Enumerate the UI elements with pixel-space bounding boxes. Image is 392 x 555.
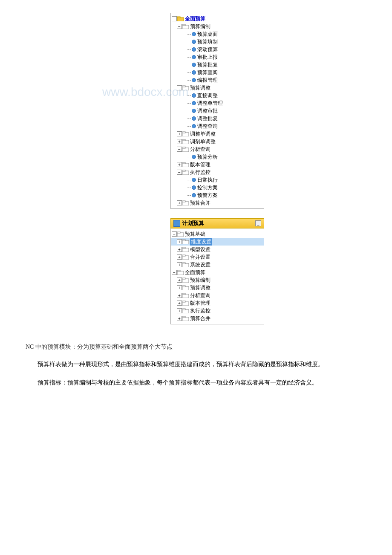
label-p2-zxjk2: 执行监控 xyxy=(190,307,210,315)
label-kzfa: 控制方案 xyxy=(197,184,218,191)
label-7: 预算查阅 xyxy=(197,69,218,76)
toggle-minus-fxcx[interactable]: − xyxy=(177,147,182,152)
label-tzpf: 调整批复 xyxy=(197,115,218,122)
placeholder-2 xyxy=(177,32,182,37)
toggle-plus-tzd1[interactable]: + xyxy=(177,131,182,136)
toggle-plus-wdsz[interactable]: + xyxy=(177,239,182,244)
label-zxjk: 执行监控 xyxy=(190,169,210,176)
toggle-plus-tzd2[interactable]: + xyxy=(177,139,182,144)
tree-item-zxjk[interactable]: − 执行监控 xyxy=(171,168,264,176)
dash-kzfa xyxy=(187,188,191,188)
label-tzcx: 调整查询 xyxy=(197,123,218,130)
tree-item-3[interactable]: 预算填制 xyxy=(171,38,264,46)
ptzssp xyxy=(177,108,182,113)
tree-item-ysjz[interactable]: − 预算调整 xyxy=(171,84,264,92)
circle-tzcx xyxy=(192,124,196,128)
toggle-plus-hbsz[interactable]: + xyxy=(177,254,182,260)
tree-item-yjfa[interactable]: 预警方案 xyxy=(171,191,264,199)
tree-item-ztjz[interactable]: 直接调整 xyxy=(171,92,264,99)
label-1: 预算编制 xyxy=(190,23,210,30)
folder-icon-ysztz xyxy=(182,285,189,290)
label-p2-xtsz: 系统设置 xyxy=(190,261,210,269)
p2-mxsz[interactable]: + 模型设置 xyxy=(171,246,264,253)
tree-item-tzdgl[interactable]: 调整单管理 xyxy=(171,99,264,107)
toggle-minus-ysjc[interactable]: − xyxy=(172,231,177,237)
p2-zxjk2[interactable]: + 执行监控 xyxy=(171,307,264,315)
p2-ysjc[interactable]: − 预算基础 xyxy=(171,230,264,238)
toggle-plus-yshb[interactable]: + xyxy=(177,200,182,205)
p3 xyxy=(177,39,182,44)
tree-item-fxcx[interactable]: − 分析查询 xyxy=(171,145,264,153)
p2-wdsz[interactable]: + 维度设置 xyxy=(171,238,264,246)
toggle-plus-bbgl[interactable]: + xyxy=(177,162,182,167)
toggle-minus-zxjk[interactable]: − xyxy=(177,170,182,175)
tree-item-8[interactable]: 编报管理 xyxy=(171,76,264,84)
dash-7 xyxy=(187,72,191,73)
svg-rect-15 xyxy=(182,170,185,171)
svg-rect-31 xyxy=(182,278,185,279)
label-p2-ysjc: 预算基础 xyxy=(185,231,205,238)
label-ysfx: 预算分析 xyxy=(197,153,218,161)
toggle-plus-yshb2[interactable]: + xyxy=(177,316,182,321)
circle-tzdgl xyxy=(192,101,196,105)
toggle-plus-ysztz[interactable]: + xyxy=(177,285,182,290)
folder-icon-fxcx2 xyxy=(182,293,189,298)
panel-minimize-button[interactable]: _ xyxy=(255,220,261,226)
tree-item-root[interactable]: − 全面预算 xyxy=(171,15,264,23)
p2-fxcx2[interactable]: + 分析查询 xyxy=(171,292,264,299)
toggle-plus-xtsz[interactable]: + xyxy=(177,262,182,267)
circle-tzssp xyxy=(192,109,196,113)
circle-ysfx xyxy=(192,155,196,159)
toggle-plus-zxjk2[interactable]: + xyxy=(177,308,182,313)
tree-item-yshb[interactable]: + 预算合并 xyxy=(171,199,264,207)
tree-item-rczx[interactable]: 日常执行 xyxy=(171,176,264,184)
tree-item-tzssp[interactable]: 调整审批 xyxy=(171,107,264,115)
p2-yshb2[interactable]: + 预算合并 xyxy=(171,315,264,322)
p2-xtsz[interactable]: + 系统设置 xyxy=(171,261,264,269)
toggle-plus-bbgl2[interactable]: + xyxy=(177,301,182,306)
tree-item-tzd2[interactable]: + 调剂单调整 xyxy=(171,138,264,145)
toggle-minus-qmys2[interactable]: − xyxy=(172,270,177,275)
toggle-plus-fxcx2[interactable]: + xyxy=(177,293,182,298)
text-content: NC 中的预算模块：分为预算基础和全面预算两个大节点 预算样表做为一种展现形式，… xyxy=(26,337,366,395)
circle-5 xyxy=(192,55,196,59)
tree-item-7[interactable]: 预算查阅 xyxy=(171,69,264,76)
tree-item-4[interactable]: 滚动预算 xyxy=(171,46,264,53)
tree-item-ysfx[interactable]: 预算分析 xyxy=(171,153,264,161)
tree-item-bbgl[interactable]: + 版本管理 xyxy=(171,161,264,168)
toggle-plus-ysbz2[interactable]: + xyxy=(177,278,182,283)
label-p2-fxcx2: 分析查询 xyxy=(190,292,210,299)
svg-rect-27 xyxy=(182,263,185,264)
dash-tzssp xyxy=(187,111,191,111)
dash-ysfx xyxy=(187,157,191,157)
svg-rect-23 xyxy=(182,247,185,249)
tree-item-2[interactable]: 预算桌面 xyxy=(171,30,264,38)
p2-bbgl2[interactable]: + 版本管理 xyxy=(171,299,264,307)
toggle-minus-ysjz[interactable]: − xyxy=(177,85,182,90)
p2-ysztz[interactable]: + 预算调整 xyxy=(171,284,264,292)
svg-rect-35 xyxy=(182,293,185,295)
tree-item-tzcx[interactable]: 调整查询 xyxy=(171,122,264,130)
tree-item-1[interactable]: − 预算编制 xyxy=(171,23,264,30)
tree-panel-1: − 全面预算 − 预算编制 xyxy=(170,13,264,209)
label-p2-yshb2: 预算合并 xyxy=(190,315,210,322)
tree-item-kzfa[interactable]: 控制方案 xyxy=(171,184,264,191)
folder-icon-bbgl xyxy=(182,162,189,167)
tree-item-tzd1[interactable]: + 调整单调整 xyxy=(171,130,264,138)
toggle-minus-root[interactable]: − xyxy=(172,16,177,21)
p2-ysbz2[interactable]: + 预算编制 xyxy=(171,276,264,284)
dash-3 xyxy=(187,42,191,42)
ptzpf xyxy=(177,116,182,121)
p2-qmys[interactable]: − 全面预算 xyxy=(171,269,264,276)
label-p2-ysztz: 预算调整 xyxy=(190,284,210,292)
p2-hbsz[interactable]: + 合并设置 xyxy=(171,253,264,261)
tree-item-6[interactable]: 预算批复 xyxy=(171,61,264,69)
toggle-plus-mxsz[interactable]: + xyxy=(177,247,182,252)
folder-icon-1 xyxy=(182,24,189,29)
folder-icon-tzd2 xyxy=(182,139,189,144)
tree-item-tzpf[interactable]: 调整批复 xyxy=(171,115,264,122)
panel-title: 计划预算 xyxy=(182,220,255,227)
tree-container-1: www.bdocx.com − 全面预算 − 预算编制 xyxy=(68,9,366,329)
tree-item-5[interactable]: 审批上报 xyxy=(171,53,264,61)
toggle-minus-1[interactable]: − xyxy=(177,24,182,29)
